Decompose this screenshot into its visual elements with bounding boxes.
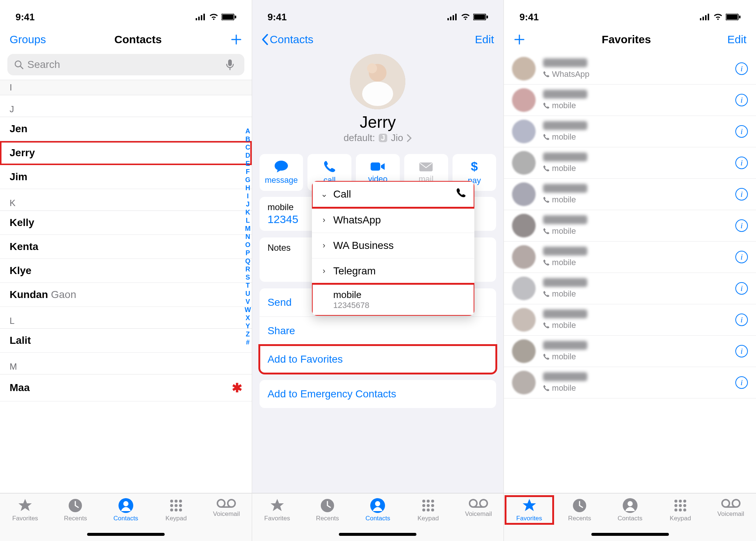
tab-favorites[interactable]: Favorites [3, 498, 47, 522]
message-button[interactable]: message [260, 154, 303, 191]
info-button[interactable]: i [735, 251, 748, 263]
contact-row[interactable]: Kundan Gaon [0, 283, 252, 307]
info-button[interactable]: i [735, 94, 748, 106]
tab-voicemail[interactable]: Voicemail [456, 498, 501, 518]
index-letter[interactable]: O [245, 241, 250, 249]
index-letter[interactable]: H [245, 184, 250, 192]
tab-recents[interactable]: Recents [305, 498, 350, 522]
index-letter[interactable]: I [247, 192, 249, 200]
tab-contacts[interactable]: Contacts [104, 498, 148, 522]
index-letter[interactable]: N [245, 233, 250, 241]
index-letter[interactable]: # [246, 338, 250, 346]
add-favorite-button[interactable] [513, 34, 525, 45]
index-letter[interactable]: F [246, 168, 250, 176]
info-button[interactable]: i [735, 157, 748, 169]
mic-icon[interactable] [226, 59, 234, 70]
contacts-list[interactable]: I J Jen Jerry Jim K Kelly Kenta Klye Kun… [0, 80, 252, 493]
favorite-row[interactable]: mobile i [504, 367, 756, 398]
index-letter[interactable]: R [245, 265, 250, 273]
index-letter[interactable]: V [245, 298, 250, 306]
edit-button[interactable]: Edit [475, 33, 494, 46]
favorite-row[interactable]: mobile i [504, 210, 756, 242]
favorite-row[interactable]: mobile i [504, 273, 756, 304]
index-letter[interactable]: C [245, 143, 250, 151]
contact-row[interactable]: Jen [0, 117, 252, 141]
info-button[interactable]: i [735, 62, 748, 75]
index-letter[interactable]: S [245, 273, 250, 281]
favorite-row[interactable]: mobile i [504, 85, 756, 116]
info-button[interactable]: i [735, 376, 748, 389]
edit-button[interactable]: Edit [727, 33, 746, 46]
popup-mobile-row[interactable]: mobile 12345678 [312, 284, 474, 316]
favorite-row[interactable]: WhatsApp i [504, 53, 756, 85]
info-button[interactable]: i [735, 314, 748, 326]
tab-keypad[interactable]: Keypad [658, 498, 702, 522]
popup-wabusiness-row[interactable]: › WA Business [312, 233, 474, 258]
contact-row[interactable]: Lalit [0, 329, 252, 353]
index-letter[interactable]: D [245, 151, 250, 160]
index-letter[interactable]: X [245, 314, 250, 322]
tab-recents[interactable]: Recents [53, 498, 97, 522]
info-button[interactable]: i [735, 188, 748, 201]
index-letter[interactable]: A [245, 127, 250, 135]
index-letter[interactable]: L [246, 216, 250, 225]
search-input[interactable]: Search [7, 54, 244, 75]
contact-row[interactable]: Jim [0, 165, 252, 189]
add-contact-button[interactable] [230, 34, 242, 45]
index-letter[interactable]: Q [245, 257, 250, 265]
index-letter[interactable]: G [245, 176, 250, 184]
info-button[interactable]: i [735, 125, 748, 138]
default-sim-row[interactable]: default: J Jio [344, 132, 412, 144]
favorite-row[interactable]: mobile i [504, 116, 756, 147]
tab-contacts[interactable]: Contacts [355, 498, 400, 522]
popup-call-row[interactable]: ⌄ Call [312, 181, 474, 208]
index-letter[interactable]: M [245, 225, 251, 233]
favorite-row[interactable]: mobile i [504, 242, 756, 273]
info-button[interactable]: i [735, 219, 748, 232]
favorite-row[interactable]: mobile i [504, 336, 756, 367]
index-letter[interactable]: Y [245, 322, 250, 330]
index-letter[interactable]: E [245, 160, 250, 168]
tab-voicemail[interactable]: Voicemail [709, 498, 753, 518]
tab-recents[interactable]: Recents [557, 498, 602, 522]
contact-row[interactable]: Kelly [0, 211, 252, 235]
contact-row[interactable]: Maa ✱ [0, 374, 252, 401]
contact-row[interactable]: Klye [0, 259, 252, 283]
share-contact-row[interactable]: Share [260, 317, 496, 345]
index-letter[interactable]: U [245, 290, 250, 298]
popup-whatsapp-row[interactable]: › WhatsApp [312, 208, 474, 233]
index-letter[interactable]: B [245, 135, 250, 143]
contact-row[interactable]: Kenta [0, 235, 252, 259]
back-button[interactable]: Contacts [262, 33, 313, 46]
groups-button[interactable]: Groups [10, 33, 46, 46]
tab-favorites[interactable]: Favorites [507, 498, 551, 522]
svg-line-8 [20, 66, 23, 69]
status-time: 9:41 [16, 11, 35, 23]
add-to-emergency-row[interactable]: Add to Emergency Contacts [260, 380, 496, 408]
favorite-row[interactable]: mobile i [504, 147, 756, 179]
favorite-row[interactable]: mobile i [504, 179, 756, 210]
contact-row-jerry[interactable]: Jerry [0, 141, 252, 165]
tab-keypad[interactable]: Keypad [406, 498, 450, 522]
favorites-list[interactable]: WhatsApp i mobile i mobile i [504, 52, 756, 493]
index-letter[interactable]: T [246, 281, 250, 290]
index-letter[interactable]: J [246, 200, 250, 208]
info-button[interactable]: i [735, 282, 748, 295]
alpha-index[interactable]: ABCDEFGHIJKLMNOPQRSTUVWXYZ# [245, 127, 251, 346]
index-letter[interactable]: Z [246, 330, 250, 338]
contact-avatar[interactable] [350, 54, 405, 109]
tab-voicemail[interactable]: Voicemail [204, 498, 248, 518]
add-to-favorites-row[interactable]: Add to Favorites [260, 345, 496, 373]
info-button[interactable]: i [735, 345, 748, 357]
index-letter[interactable]: W [245, 306, 251, 314]
tab-keypad[interactable]: Keypad [154, 498, 198, 522]
tab-contacts[interactable]: Contacts [608, 498, 652, 522]
home-indicator[interactable] [591, 533, 669, 536]
home-indicator[interactable] [339, 533, 416, 536]
index-letter[interactable]: K [245, 208, 250, 216]
favorite-row[interactable]: mobile i [504, 304, 756, 336]
index-letter[interactable]: P [245, 249, 250, 257]
tab-favorites[interactable]: Favorites [255, 498, 299, 522]
home-indicator[interactable] [87, 533, 165, 536]
popup-telegram-row[interactable]: › Telegram [312, 258, 474, 284]
